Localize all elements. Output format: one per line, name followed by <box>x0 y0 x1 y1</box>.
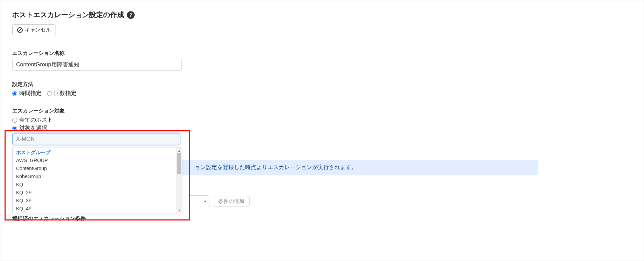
method-radio-count-input[interactable] <box>47 91 52 96</box>
truncated-heading-layer: 選択済のエスカレーション条件 <box>12 215 632 222</box>
scroll-up-icon[interactable]: ▴ <box>176 147 182 153</box>
page-title: ホストエスカレーション設定の作成 <box>12 10 124 20</box>
chevron-down-icon: ▾ <box>204 199 206 204</box>
condition-select[interactable]: ▾ <box>188 195 209 207</box>
dropdown-item[interactable]: KobeGroup <box>13 173 176 181</box>
dropdown-item[interactable]: KQ_4F <box>13 205 176 213</box>
method-radio-group: 時間指定 回数指定 <box>12 90 632 97</box>
target-radio-select-input[interactable] <box>12 126 17 131</box>
target-radio-all-input[interactable] <box>12 118 17 123</box>
method-section-label: 設定方法 <box>12 81 632 88</box>
target-radio-select-label: 対象を選択 <box>19 124 47 132</box>
dropdown-item[interactable]: ContentGroup <box>13 165 176 173</box>
cancel-label: キャンセル <box>25 27 51 33</box>
method-radio-count[interactable]: 回数指定 <box>47 90 77 97</box>
target-radio-all-label: 全てのホスト <box>19 116 53 124</box>
add-condition-label: 条件の追加 <box>218 198 244 205</box>
target-section-label: エスカレーション対象 <box>12 108 632 114</box>
dropdown-group-header: ホストグループ <box>13 147 176 157</box>
name-section-label: エスカレーション名称 <box>12 50 632 57</box>
scroll-down-icon[interactable]: ▾ <box>176 207 182 213</box>
target-radio-select[interactable]: 対象を選択 <box>12 124 632 132</box>
method-radio-time-input[interactable] <box>12 91 17 96</box>
add-condition-button[interactable]: 条件の追加 <box>213 196 250 207</box>
target-radio-group: 全てのホスト 対象を選択 <box>12 116 632 132</box>
scroll-thumb[interactable] <box>177 153 181 174</box>
selected-conditions-heading: 選択済のエスカレーション条件 <box>12 215 86 221</box>
method-radio-count-label: 回数指定 <box>54 90 77 97</box>
dropdown-item[interactable]: KQ_3F <box>13 197 176 205</box>
method-radio-time[interactable]: 時間指定 <box>12 90 42 97</box>
help-icon[interactable]: ? <box>127 11 135 19</box>
target-dropdown[interactable]: ホストグループ AWS_GROUP ContentGroup KobeGroup… <box>12 147 182 213</box>
page-title-row: ホストエスカレーション設定の作成 ? <box>12 10 632 20</box>
dropdown-item[interactable]: AWS_GROUP <box>13 157 176 165</box>
escalation-name-input[interactable] <box>12 59 182 71</box>
method-radio-time-label: 時間指定 <box>19 90 42 97</box>
target-radio-all-hosts[interactable]: 全てのホスト <box>12 116 632 124</box>
dropdown-item[interactable]: KQ_2F <box>13 189 176 197</box>
dropdown-item[interactable]: KQ <box>13 181 176 189</box>
dropdown-scrollbar[interactable]: ▴ ▾ <box>176 147 182 213</box>
target-combobox-input[interactable] <box>12 133 180 145</box>
cancel-button[interactable]: キャンセル <box>12 24 56 35</box>
cancel-icon <box>17 27 23 33</box>
